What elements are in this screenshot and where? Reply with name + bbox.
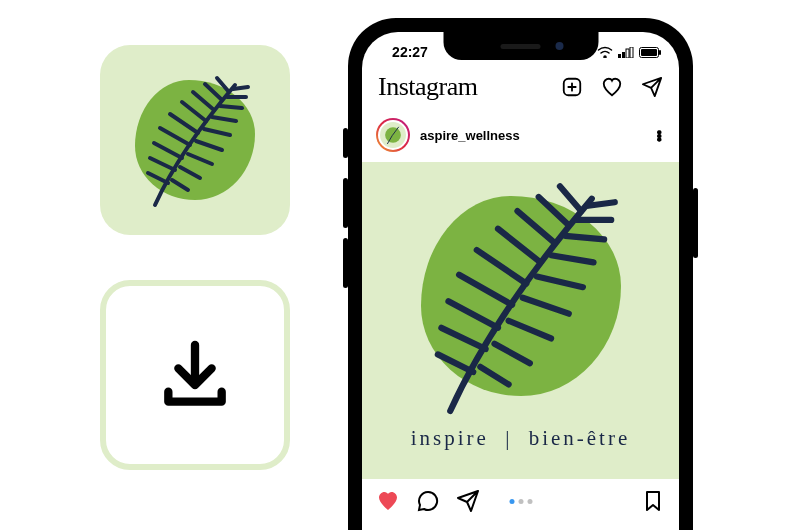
download-button[interactable] [100,280,290,470]
heart-icon [601,76,623,98]
heart-filled-icon [376,489,400,513]
caption-word-left: inspire [411,426,489,450]
phone-notch [443,32,598,60]
svg-rect-2 [626,49,629,58]
post-header: aspire_wellness ••• [362,108,679,162]
like-button[interactable] [376,489,400,513]
caption-divider: | [505,426,512,450]
download-icon [155,335,235,415]
username: aspire_wellness [420,128,520,143]
share-button[interactable] [456,489,480,513]
post-caption-overlay: inspire | bien-être [411,426,631,451]
svg-rect-6 [659,50,661,55]
phone-mockup: 22:27 Instagr [348,18,693,530]
app-logo: Instagram [378,72,477,102]
carousel-indicator [509,499,532,504]
bookmark-icon [641,489,665,513]
post-author[interactable]: aspire_wellness [376,118,520,152]
caption-word-right: bien-être [529,426,631,450]
post-leaf-logo [406,181,636,411]
create-post-button[interactable] [561,76,583,98]
messages-button[interactable] [641,76,663,98]
svg-rect-5 [641,49,657,56]
logo-preview-tile [100,45,290,235]
status-time: 22:27 [380,44,440,60]
comment-button[interactable] [416,489,440,513]
plus-square-icon [561,76,583,98]
svg-rect-3 [630,47,633,58]
post-actions [362,479,679,513]
post-image[interactable]: inspire | bien-être [362,162,679,479]
activity-button[interactable] [601,76,623,98]
svg-rect-0 [618,54,621,58]
battery-icon [639,47,661,58]
svg-rect-1 [622,52,625,58]
avatar [376,118,410,152]
signal-icon [618,47,634,58]
post-more-button[interactable]: ••• [651,130,669,141]
send-icon [641,76,663,98]
wifi-icon [597,46,613,58]
send-icon [456,489,480,513]
app-header: Instagram [362,64,679,108]
comment-icon [416,489,440,513]
leaf-logo [130,75,260,205]
save-button[interactable] [641,489,665,513]
